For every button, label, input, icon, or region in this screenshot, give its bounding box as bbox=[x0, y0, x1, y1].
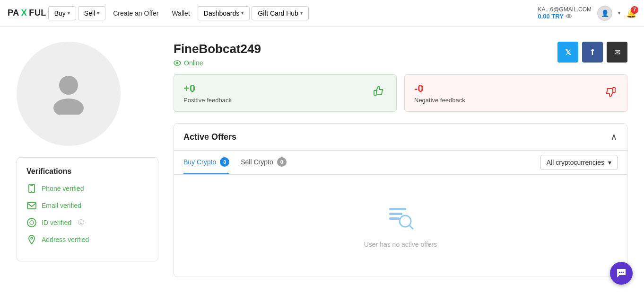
balance-value: 0.00 TRY bbox=[538, 13, 563, 20]
logo: PAXFUL bbox=[8, 8, 46, 18]
right-panel: FineBobcat249 Online 𝕏 f ✉ bbox=[174, 42, 627, 277]
address-icon bbox=[26, 234, 37, 245]
gift-card-hub-chevron-icon: ▾ bbox=[300, 10, 303, 16]
chat-fab-button[interactable] bbox=[610, 262, 633, 285]
tab-sell-crypto[interactable]: Sell Crypto 0 bbox=[241, 151, 286, 174]
active-offers-box: Active Offers ∧ Buy Crypto 0 Sell Crypto… bbox=[174, 123, 627, 277]
hide-balance-icon[interactable]: 👁 bbox=[566, 13, 572, 20]
crypto-select-chevron-icon: ▾ bbox=[608, 159, 611, 166]
dashboards-chevron-icon: ▾ bbox=[241, 10, 244, 16]
svg-point-18 bbox=[619, 272, 620, 273]
profile-avatar bbox=[17, 42, 121, 146]
facebook-share-button[interactable]: f bbox=[582, 42, 603, 63]
avatar-chevron-icon[interactable]: ▾ bbox=[618, 10, 620, 16]
create-offer-link[interactable]: Create an Offer bbox=[107, 7, 164, 20]
tab-buy-crypto[interactable]: Buy Crypto 0 bbox=[183, 151, 229, 174]
verifications-title: Verifications bbox=[26, 167, 148, 176]
online-text: Online bbox=[184, 59, 203, 67]
dashboards-dropdown[interactable]: Dashboards ▾ bbox=[198, 6, 250, 20]
positive-feedback-value: +0 bbox=[183, 82, 232, 95]
notification-bell[interactable]: 🔔 7 bbox=[626, 8, 636, 18]
svg-point-8 bbox=[31, 237, 33, 239]
svg-rect-12 bbox=[613, 88, 615, 92]
email-share-icon: ✉ bbox=[614, 48, 620, 57]
user-avatar[interactable]: 👤 bbox=[597, 6, 612, 21]
id-icon bbox=[26, 217, 37, 228]
svg-point-4 bbox=[31, 191, 32, 192]
chat-icon bbox=[616, 268, 627, 278]
feedback-row: +0 Positive feedback -0 Negative feedbac… bbox=[174, 74, 627, 112]
svg-rect-11 bbox=[374, 90, 376, 95]
page-content: Verifications Phone verified bbox=[5, 27, 639, 292]
offers-empty-state: User has no active offers bbox=[174, 175, 627, 277]
sell-label: Sell bbox=[84, 9, 95, 17]
online-eye-icon bbox=[174, 59, 181, 67]
crypto-select-dropdown[interactable]: All cryptocurrencies ▾ bbox=[540, 155, 618, 170]
logo-text-ful: FUL bbox=[29, 8, 46, 18]
logo-x: X bbox=[21, 8, 27, 18]
id-help-icon[interactable]: ⓪ bbox=[78, 218, 84, 227]
empty-search-icon bbox=[387, 203, 414, 235]
email-icon bbox=[26, 200, 37, 211]
svg-rect-5 bbox=[27, 202, 36, 209]
verification-email: Email verified bbox=[26, 200, 148, 211]
verification-phone: Phone verified bbox=[26, 183, 148, 194]
sell-dropdown[interactable]: Sell ▾ bbox=[78, 6, 105, 20]
dashboards-label: Dashboards bbox=[204, 9, 240, 17]
positive-feedback-label: Positive feedback bbox=[183, 97, 232, 104]
phone-icon bbox=[26, 183, 37, 194]
svg-rect-3 bbox=[30, 185, 33, 186]
tab-buy-badge: 0 bbox=[220, 157, 229, 167]
profile-info: FineBobcat249 Online bbox=[174, 42, 261, 67]
wallet-link[interactable]: Wallet bbox=[166, 7, 195, 20]
svg-point-7 bbox=[30, 221, 34, 224]
svg-rect-13 bbox=[389, 208, 406, 210]
logo-text-pa: PA bbox=[8, 8, 19, 18]
svg-point-1 bbox=[53, 99, 84, 115]
offers-title: Active Offers bbox=[183, 132, 236, 142]
svg-point-6 bbox=[27, 218, 36, 227]
svg-point-20 bbox=[623, 272, 624, 273]
gift-card-hub-dropdown[interactable]: Gift Card Hub ▾ bbox=[252, 6, 309, 20]
buy-dropdown[interactable]: Buy ▾ bbox=[48, 6, 76, 20]
crypto-select-wrap: All cryptocurrencies ▾ bbox=[540, 155, 618, 170]
negative-feedback-label: Negative feedback bbox=[414, 97, 465, 104]
offers-tabs: Buy Crypto 0 Sell Crypto 0 All cryptocur… bbox=[174, 151, 627, 175]
user-info: KA...6@GMAIL.COM 0.00 TRY 👁 bbox=[538, 6, 592, 20]
tab-sell-label: Sell Crypto bbox=[241, 158, 273, 166]
positive-feedback-card: +0 Positive feedback bbox=[174, 74, 397, 112]
tab-buy-label: Buy Crypto bbox=[183, 158, 216, 166]
thumbs-up-icon bbox=[372, 84, 387, 102]
social-buttons: 𝕏 f ✉ bbox=[557, 42, 627, 63]
email-verified-text: Email verified bbox=[42, 202, 81, 209]
twitter-share-button[interactable]: 𝕏 bbox=[557, 42, 578, 63]
nav-right: KA...6@GMAIL.COM 0.00 TRY 👁 👤 ▾ 🔔 7 bbox=[538, 6, 636, 21]
tab-sell-badge: 0 bbox=[277, 157, 287, 167]
offers-collapse-button[interactable]: ∧ bbox=[610, 131, 618, 143]
phone-verified-text: Phone verified bbox=[42, 185, 84, 192]
address-verified-text: Address verified bbox=[42, 236, 89, 243]
verification-address: Address verified bbox=[26, 234, 148, 245]
profile-header: FineBobcat249 Online 𝕏 f ✉ bbox=[174, 42, 627, 67]
negative-feedback-card: -0 Negative feedback bbox=[404, 74, 627, 112]
user-email: KA...6@GMAIL.COM bbox=[538, 6, 592, 13]
notification-badge: 7 bbox=[631, 6, 638, 14]
verifications-box: Verifications Phone verified bbox=[17, 157, 158, 261]
buy-chevron-icon: ▾ bbox=[68, 10, 70, 16]
navbar: PAXFUL Buy ▾ Sell ▾ Create an Offer Wall… bbox=[0, 0, 644, 27]
user-balance: 0.00 TRY 👁 bbox=[538, 13, 592, 20]
verification-id: ID verified ⓪ bbox=[26, 217, 148, 228]
id-verified-text: ID verified bbox=[42, 219, 71, 226]
gift-card-hub-label: Gift Card Hub bbox=[258, 9, 298, 17]
email-share-button[interactable]: ✉ bbox=[607, 42, 627, 63]
offers-empty-text: User has no active offers bbox=[364, 241, 437, 248]
offers-header: Active Offers ∧ bbox=[174, 124, 627, 151]
crypto-select-label: All cryptocurrencies bbox=[547, 159, 604, 166]
negative-feedback-value: -0 bbox=[414, 82, 465, 95]
profile-username: FineBobcat249 bbox=[174, 42, 261, 56]
twitter-icon: 𝕏 bbox=[565, 48, 571, 57]
thumbs-down-icon bbox=[602, 84, 618, 102]
svg-point-0 bbox=[59, 76, 78, 95]
facebook-icon: f bbox=[591, 47, 594, 57]
svg-rect-14 bbox=[389, 213, 402, 215]
